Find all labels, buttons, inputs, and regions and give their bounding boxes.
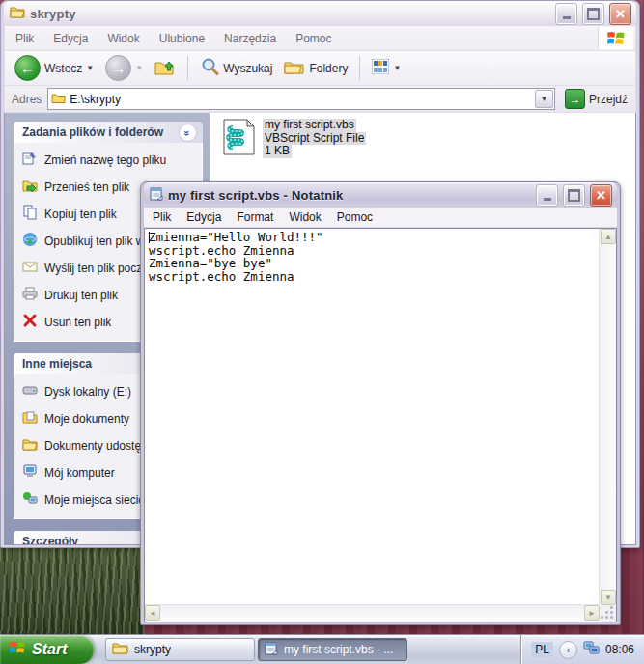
notepad-titlebar[interactable]: my first script.vbs - Notatnik ✕ xyxy=(144,182,617,208)
print-icon xyxy=(22,286,38,304)
screen: skrypty ✕ Plik Edycja Widok Ulubione Nar… xyxy=(0,0,644,664)
task-label: Zmień nazwę tego pliku xyxy=(44,153,166,167)
file-item-vbs[interactable]: my first script.vbs VBScript Script File… xyxy=(221,119,635,159)
file-size: 1 KB xyxy=(263,145,292,158)
taskbar-clock[interactable]: 08:06 xyxy=(605,643,634,656)
place-label: Mój komputer xyxy=(44,466,115,480)
task-label: Opublikuj ten plik w xyxy=(44,235,144,248)
folders-button[interactable]: Foldery xyxy=(280,56,351,80)
back-button[interactable]: ← Wstecz ▼ xyxy=(11,53,98,83)
go-arrow-icon: → xyxy=(565,89,585,109)
file-type: VBScript Script File xyxy=(263,132,366,146)
folder-up-icon xyxy=(154,57,176,79)
notepad-menu-format[interactable]: Format xyxy=(230,208,280,226)
file-tasks-panel-header[interactable]: Zadania plików i folderów » xyxy=(14,122,203,143)
scroll-up-icon[interactable]: ▲ xyxy=(601,229,616,244)
back-dropdown-icon[interactable]: ▼ xyxy=(86,64,94,72)
language-indicator[interactable]: PL xyxy=(531,642,553,657)
start-label: Start xyxy=(32,641,67,658)
explorer-menu-plik[interactable]: Plik xyxy=(7,29,42,48)
explorer-addressbar: Adres E:\skrypty ▼ → Przejdź xyxy=(4,86,636,113)
start-windows-logo-icon xyxy=(9,639,26,660)
notepad-vertical-scrollbar[interactable]: ▲ ▼ xyxy=(599,229,616,605)
task-label: Kopiuj ten plik xyxy=(44,208,117,221)
task-rename-file[interactable]: Zmień nazwę tego pliku xyxy=(22,151,198,169)
publish-icon xyxy=(22,232,38,250)
my-documents-icon xyxy=(22,409,38,428)
network-tray-icon[interactable] xyxy=(583,641,600,658)
up-button[interactable] xyxy=(151,55,180,81)
scroll-down-icon[interactable]: ▼ xyxy=(601,590,616,605)
forward-icon: → xyxy=(105,55,131,81)
go-button[interactable]: → Przejdź xyxy=(561,89,631,109)
address-dropdown-icon[interactable]: ▼ xyxy=(535,90,553,108)
explorer-menu-ulubione[interactable]: Ulubione xyxy=(151,29,213,48)
hidden-icons-chevron-icon[interactable]: ‹ xyxy=(559,641,577,659)
place-label: Moje dokumenty xyxy=(44,412,129,426)
explorer-menu-widok[interactable]: Widok xyxy=(98,29,148,48)
notepad-maximize-button[interactable] xyxy=(563,184,585,207)
move-icon xyxy=(22,178,38,196)
resize-grip[interactable] xyxy=(600,605,616,622)
my-computer-icon xyxy=(22,463,38,482)
notepad-icon xyxy=(150,186,163,205)
text-caret xyxy=(149,232,150,243)
place-label: Dokumenty udostę xyxy=(44,439,141,453)
notepad-menu-pomoc[interactable]: Pomoc xyxy=(330,208,379,226)
explorer-menu-edycja[interactable]: Edycja xyxy=(44,29,97,48)
explorer-titlebar[interactable]: skrypty ✕ xyxy=(4,1,636,26)
details-panel-title: Szczegóły xyxy=(22,535,78,545)
rename-icon xyxy=(22,151,38,169)
notepad-icon xyxy=(265,641,278,658)
explorer-minimize-button[interactable] xyxy=(555,3,577,25)
explorer-close-button[interactable]: ✕ xyxy=(609,3,631,25)
notepad-menu-edycja[interactable]: Edycja xyxy=(180,208,228,226)
local-disk-icon xyxy=(22,382,38,401)
place-label: Dysk lokalny (E:) xyxy=(44,385,131,399)
explorer-menu-pomoc[interactable]: Pomoc xyxy=(287,29,340,48)
taskbar-button-notepad[interactable]: my first script.vbs - ... xyxy=(258,638,407,661)
scroll-left-icon[interactable]: ◄ xyxy=(145,605,160,621)
shared-documents-icon xyxy=(22,436,38,455)
folders-icon xyxy=(284,58,305,78)
views-dropdown-icon[interactable]: ▼ xyxy=(393,64,401,72)
notepad-text-area[interactable]: Zmienna="Hello World!!!" wscript.echo Zm… xyxy=(145,229,600,605)
collapse-chevron-icon[interactable]: » xyxy=(179,124,197,142)
notepad-window: my first script.vbs - Notatnik ✕ Plik Ed… xyxy=(140,181,621,625)
other-places-panel-title: Inne miejsca xyxy=(22,357,92,371)
notepad-minimize-button[interactable] xyxy=(536,184,558,207)
notepad-horizontal-scrollbar[interactable]: ◄ ► xyxy=(145,604,600,622)
explorer-menubar: Plik Edycja Widok Ulubione Narzędzia Pom… xyxy=(4,26,636,51)
address-value[interactable]: E:\skrypty xyxy=(70,93,531,106)
taskbar-button-label: skrypty xyxy=(134,643,171,656)
scroll-right-icon[interactable]: ► xyxy=(584,605,600,621)
explorer-title: skrypty xyxy=(30,7,550,21)
notepad-menubar: Plik Edycja Format Widok Pomoc xyxy=(144,208,617,228)
windows-logo-icon xyxy=(598,27,633,49)
views-icon xyxy=(372,59,389,77)
address-label: Adres xyxy=(9,93,42,106)
explorer-maximize-button[interactable] xyxy=(582,3,604,25)
task-label: Przenieś ten plik xyxy=(44,180,129,194)
file-item-text[interactable]: my first script.vbs VBScript Script File… xyxy=(263,119,366,158)
search-icon xyxy=(200,57,219,79)
forward-dropdown-icon: ▼ xyxy=(135,64,143,72)
search-label: Wyszukaj xyxy=(223,62,272,75)
address-combobox[interactable]: E:\skrypty ▼ xyxy=(47,88,555,110)
notepad-menu-plik[interactable]: Plik xyxy=(146,208,178,226)
views-button[interactable]: ▼ xyxy=(368,57,405,79)
place-label: Moje miejsca siecio xyxy=(44,493,145,507)
forward-button[interactable]: → ▼ xyxy=(101,53,147,83)
system-tray: PL ‹ 08:06 xyxy=(520,635,644,664)
copy-icon xyxy=(22,205,38,223)
start-button[interactable]: Start xyxy=(0,635,94,664)
task-label: Drukuj ten plik xyxy=(44,289,118,302)
explorer-menu-narzedzia[interactable]: Narzędzia xyxy=(215,29,285,48)
file-name[interactable]: my first script.vbs xyxy=(263,119,356,132)
notepad-menu-widok[interactable]: Widok xyxy=(282,208,327,226)
search-button[interactable]: Wyszukaj xyxy=(196,55,276,81)
notepad-close-button[interactable]: ✕ xyxy=(590,184,612,207)
back-label: Wstecz xyxy=(44,62,82,75)
toolbar-separator xyxy=(187,56,188,81)
taskbar-button-skrypty[interactable]: skrypty xyxy=(105,638,255,661)
